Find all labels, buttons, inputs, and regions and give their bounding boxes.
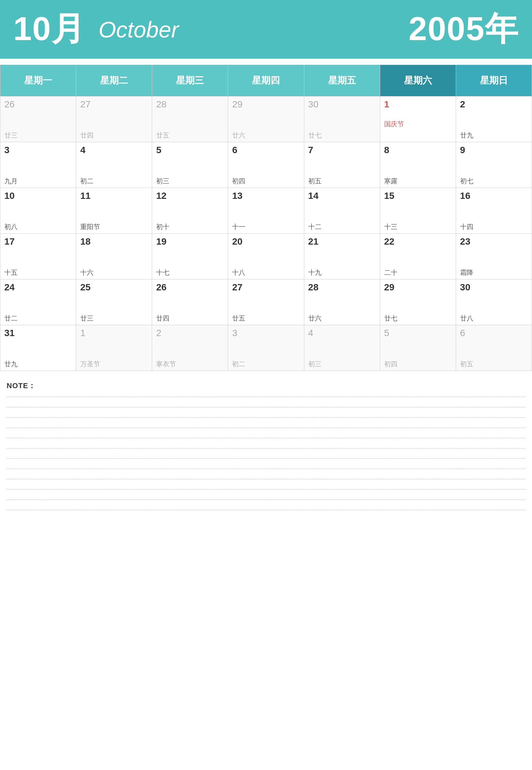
day-number: 29: [232, 100, 300, 109]
day-number: 19: [156, 237, 224, 246]
header-spacer: [0, 59, 532, 65]
day-number: 28: [156, 100, 224, 109]
calendar-cell: 12初十: [152, 188, 228, 234]
calendar-grid: 26廿三27廿四28廿五29廿六30廿七1国庆节2廿九3九月4初二5初三6初四7…: [0, 96, 532, 371]
calendar-cell: 4初二: [76, 142, 152, 188]
day-number: 29: [384, 283, 452, 292]
calendar-cell: 9初七: [456, 142, 532, 188]
calendar-cell: 13十一: [228, 188, 304, 234]
calendar-cell: 27廿四: [76, 96, 152, 142]
lunar-date: 初四: [384, 361, 452, 367]
lunar-date: 初四: [232, 178, 300, 184]
calendar-cell: 29廿六: [228, 96, 304, 142]
weekday-cell: 星期一: [0, 65, 76, 96]
lunar-date: 十五: [4, 269, 72, 276]
day-number: 7: [308, 146, 376, 155]
weekday-cell: 星期四: [228, 65, 304, 96]
note-line: [7, 428, 525, 428]
lunar-date: 九月: [4, 178, 72, 184]
day-number: 26: [156, 283, 224, 292]
calendar-cell: 28廿五: [152, 96, 228, 142]
day-number: 5: [156, 146, 224, 155]
day-number: 17: [4, 237, 72, 246]
note-line: [7, 500, 525, 500]
note-line: [7, 438, 525, 438]
note-line: [7, 479, 525, 479]
day-number: 21: [308, 237, 376, 246]
day-number: 9: [460, 146, 528, 155]
day-number: 27: [80, 100, 148, 109]
lunar-date: 廿三: [80, 315, 148, 322]
note-lines: [7, 397, 525, 510]
day-number: 22: [384, 237, 452, 246]
day-number: 5: [384, 328, 452, 338]
calendar-cell: 15十三: [380, 188, 456, 234]
day-number: 16: [460, 191, 528, 201]
weekday-cell: 星期日: [456, 65, 532, 96]
year: 2005年: [409, 7, 519, 52]
weekday-header-row: 星期一星期二星期三星期四星期五星期六星期日: [0, 65, 532, 96]
day-number: 2: [156, 328, 224, 338]
lunar-date: 十一: [232, 223, 300, 230]
lunar-date: 廿九: [460, 132, 528, 139]
lunar-date: 十六: [80, 269, 148, 276]
calendar-cell: 2廿九: [456, 96, 532, 142]
lunar-date: 初三: [156, 178, 224, 184]
calendar-cell: 24廿二: [0, 279, 76, 325]
calendar-cell: 1国庆节: [380, 96, 456, 142]
day-number: 13: [232, 191, 300, 201]
holiday-label: 国庆节: [384, 121, 452, 127]
calendar-cell: 4初三: [304, 325, 380, 371]
lunar-date: 廿六: [308, 315, 376, 322]
calendar-cell: 19十七: [152, 234, 228, 279]
lunar-date: 初二: [80, 178, 148, 184]
weekday-cell: 星期三: [152, 65, 228, 96]
month-chinese: 10月: [13, 7, 85, 52]
lunar-date: 初七: [460, 178, 528, 184]
calendar-cell: 3九月: [0, 142, 76, 188]
day-number: 2: [460, 100, 528, 109]
lunar-date: 十二: [308, 223, 376, 230]
note-line: [7, 448, 525, 448]
day-number: 3: [232, 328, 300, 338]
calendar-cell: 6初四: [228, 142, 304, 188]
lunar-date: 廿二: [4, 315, 72, 322]
lunar-date: 廿九: [4, 361, 72, 367]
day-number: 30: [308, 100, 376, 109]
lunar-date: 十四: [460, 223, 528, 230]
day-number: 4: [308, 328, 376, 338]
month-english: October: [98, 17, 408, 42]
calendar-cell: 28廿六: [304, 279, 380, 325]
calendar-cell: 20十八: [228, 234, 304, 279]
calendar-cell: 2寒衣节: [152, 325, 228, 371]
calendar-cell: 3初二: [228, 325, 304, 371]
calendar-cell: 18十六: [76, 234, 152, 279]
lunar-date: 初二: [232, 361, 300, 367]
lunar-date: 廿四: [80, 132, 148, 139]
day-number: 12: [156, 191, 224, 201]
day-number: 18: [80, 237, 148, 246]
weekday-cell: 星期五: [304, 65, 380, 96]
lunar-date: 重阳节: [80, 223, 148, 230]
calendar-cell: 26廿四: [152, 279, 228, 325]
lunar-date: 廿五: [232, 315, 300, 322]
note-label: NOTE：: [7, 381, 525, 391]
lunar-date: 初三: [308, 361, 376, 367]
lunar-date: 万圣节: [80, 361, 148, 367]
lunar-date: 十九: [308, 269, 376, 276]
day-number: 1: [384, 100, 452, 109]
calendar-cell: 11重阳节: [76, 188, 152, 234]
lunar-date: 初五: [308, 178, 376, 184]
lunar-date: 二十: [384, 269, 452, 276]
calendar-cell: 27廿五: [228, 279, 304, 325]
day-number: 8: [384, 146, 452, 155]
note-section: NOTE：: [0, 381, 532, 510]
day-number: 15: [384, 191, 452, 201]
lunar-date: 十三: [384, 223, 452, 230]
calendar-cell: 7初五: [304, 142, 380, 188]
calendar-cell: 31廿九: [0, 325, 76, 371]
lunar-date: 霜降: [460, 269, 528, 276]
day-number: 6: [460, 328, 528, 338]
lunar-date: 十七: [156, 269, 224, 276]
day-number: 24: [4, 283, 72, 292]
